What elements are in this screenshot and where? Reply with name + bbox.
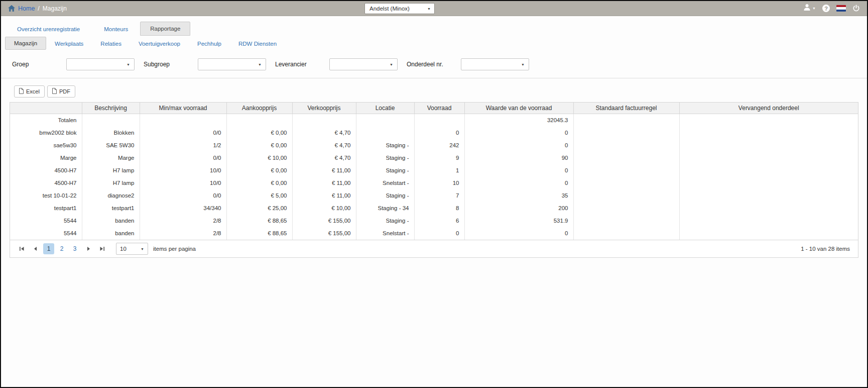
- table-cell: 2/8: [140, 227, 226, 240]
- table-cell: [573, 177, 679, 189]
- column-header-blank[interactable]: [10, 103, 82, 114]
- subtab-werkplaats[interactable]: Werkplaats: [46, 38, 92, 50]
- table-cell: [82, 114, 140, 127]
- chevron-down-icon: ▼: [258, 63, 262, 66]
- table-cell: 1/2: [140, 139, 226, 152]
- filter-groep: Groep▼: [12, 58, 135, 70]
- filter-label-leverancier: Leverancier: [275, 61, 329, 68]
- table-cell: € 11,00: [292, 177, 356, 189]
- next-page-button[interactable]: [82, 242, 95, 255]
- table-cell: Marge: [10, 152, 82, 164]
- filter-dropdown-groep[interactable]: ▼: [66, 58, 135, 70]
- table-cell: € 5,00: [226, 189, 292, 202]
- table-cell: [573, 202, 679, 215]
- column-header-vervangend-onderdeel[interactable]: Vervangend onderdeel: [679, 103, 858, 114]
- table-cell: [573, 152, 679, 164]
- primary-tab-bar: Overzicht urenregistratieMonteursRapport…: [5, 22, 867, 36]
- table-cell: 4500-H7: [10, 164, 82, 177]
- page-button-3[interactable]: 3: [69, 243, 80, 254]
- table-cell: SAE 5W30: [82, 139, 140, 152]
- column-header-standaard-factuurregel[interactable]: Standaard factuurregel: [573, 103, 679, 114]
- table-cell: Blokken: [82, 127, 140, 139]
- breadcrumb-separator: /: [38, 5, 39, 12]
- filter-dropdown-leverancier[interactable]: ▼: [329, 58, 398, 70]
- table-cell: € 155,00: [292, 227, 356, 240]
- subtab-rdw-diensten[interactable]: RDW Diensten: [230, 38, 285, 50]
- table-cell: 0: [414, 127, 464, 139]
- table-cell: [679, 202, 858, 215]
- table-cell: diagnose2: [82, 189, 140, 202]
- table-cell: € 11,00: [292, 164, 356, 177]
- tab-monteurs[interactable]: Monteurs: [92, 23, 140, 36]
- last-page-button[interactable]: [95, 242, 108, 255]
- column-header-voorraad[interactable]: Voorraad: [414, 103, 464, 114]
- table-cell: € 155,00: [292, 215, 356, 227]
- breadcrumb-home-link[interactable]: Home: [18, 5, 35, 12]
- table-cell: 10/0: [140, 177, 226, 189]
- table-cell: [573, 114, 679, 127]
- help-icon[interactable]: ?: [822, 5, 830, 12]
- subtab-pechhulp[interactable]: Pechhulp: [189, 38, 230, 50]
- table-cell: 0: [464, 127, 573, 139]
- filter-dropdown-subgroep[interactable]: ▼: [198, 58, 266, 70]
- tab-overzicht-urenregistratie[interactable]: Overzicht urenregistratie: [5, 23, 92, 36]
- chevron-down-icon: ▼: [812, 7, 816, 10]
- filter-subgroep: Subgroep▼: [144, 58, 266, 70]
- subtab-magazijn[interactable]: Magazijn: [5, 37, 46, 50]
- table-cell: [356, 127, 414, 139]
- filter-label-onderdeel-nr: Onderdeel nr.: [407, 61, 461, 68]
- column-header-verkoopprijs[interactable]: Verkoopprijs: [292, 103, 356, 114]
- topbar: Home / Magazijn Andelst (Minox) ▼ ▼ ?: [1, 1, 867, 16]
- user-menu-button[interactable]: ▼: [803, 4, 816, 13]
- table-cell: 0/0: [140, 127, 226, 139]
- dutch-flag-icon[interactable]: [836, 5, 846, 12]
- table-cell: [573, 127, 679, 139]
- excel-export-button[interactable]: Excel: [14, 85, 45, 98]
- column-header-waarde-van-de-voorraad[interactable]: Waarde van de voorraad: [464, 103, 573, 114]
- column-header-locatie[interactable]: Locatie: [356, 103, 414, 114]
- table-cell: 7: [414, 189, 464, 202]
- table-cell: Staging -: [356, 189, 414, 202]
- power-icon[interactable]: [852, 5, 860, 12]
- table-cell: 200: [464, 202, 573, 215]
- table-cell: H7 lamp: [82, 164, 140, 177]
- column-header-aankoopprijs[interactable]: Aankoopprijs: [226, 103, 292, 114]
- user-icon: [803, 4, 811, 13]
- table-cell: € 0,00: [226, 164, 292, 177]
- table-cell: 5544: [10, 215, 82, 227]
- table-cell: Marge: [82, 152, 140, 164]
- table-cell: [679, 139, 858, 152]
- pager-summary: 1 - 10 van 28 items: [801, 246, 853, 252]
- table-cell: [414, 114, 464, 127]
- filter-dropdown-onderdeel-nr[interactable]: ▼: [461, 58, 529, 70]
- prev-page-button[interactable]: [29, 242, 42, 255]
- table-cell: [679, 164, 858, 177]
- page-button-1[interactable]: 1: [43, 243, 54, 254]
- table-cell: [140, 114, 226, 127]
- subtab-relaties[interactable]: Relaties: [92, 38, 130, 50]
- table-row: sae5w30SAE 5W301/2€ 0,00€ 4,70Staging -2…: [10, 139, 858, 152]
- location-select-value: Andelst (Minox): [369, 6, 410, 12]
- tab-rapportage[interactable]: Rapportage: [140, 22, 190, 36]
- table-cell: € 0,00: [226, 177, 292, 189]
- chevron-down-icon: ▼: [390, 63, 393, 66]
- page-size-select[interactable]: 10 ▼: [116, 243, 148, 255]
- home-icon[interactable]: [8, 5, 15, 12]
- column-header-beschrijving[interactable]: Beschrijving: [82, 103, 140, 114]
- excel-button-label: Excel: [26, 88, 40, 94]
- subtab-voertuigverkoop[interactable]: Voertuigverkoop: [130, 38, 189, 50]
- first-page-button[interactable]: [15, 242, 28, 255]
- app-window: Home / Magazijn Andelst (Minox) ▼ ▼ ? Ov…: [0, 0, 868, 388]
- table-cell: testpart1: [10, 202, 82, 215]
- inventory-table: BeschrijvingMin/max voorraadAankoopprijs…: [10, 103, 858, 240]
- pdf-export-button[interactable]: PDF: [47, 85, 75, 98]
- table-cell: testpart1: [82, 202, 140, 215]
- page-button-2[interactable]: 2: [56, 243, 67, 254]
- table-cell: 90: [464, 152, 573, 164]
- column-header-min-max-voorraad[interactable]: Min/max voorraad: [140, 103, 226, 114]
- filter-leverancier: Leverancier▼: [275, 58, 398, 70]
- table-cell: 8: [414, 202, 464, 215]
- table-cell: [679, 114, 858, 127]
- location-select[interactable]: Andelst (Minox) ▼: [364, 3, 435, 14]
- table-cell: € 0,00: [226, 127, 292, 139]
